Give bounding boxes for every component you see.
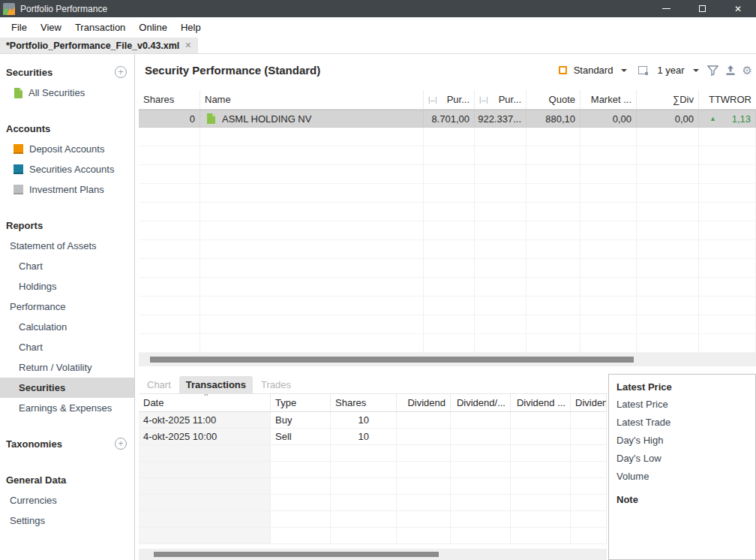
- tab-trades[interactable]: Trades: [254, 376, 298, 393]
- menu-online[interactable]: Online: [132, 22, 174, 33]
- table-row: [139, 165, 756, 184]
- transactions-table-header: Date ^ Type Shares Dividend Dividend/...…: [139, 393, 607, 412]
- chevron-down-icon[interactable]: [693, 69, 699, 72]
- col-shares[interactable]: Shares: [139, 90, 200, 109]
- ttwror-cell: ▲ 1,13: [699, 110, 756, 127]
- sidebar-item-chart-performance[interactable]: Chart: [0, 337, 134, 357]
- transactions-panel: Chart Transactions Trades Date ^ Type Sh…: [139, 374, 607, 560]
- table-row: [139, 128, 756, 146]
- sidebar-item-investment-plans[interactable]: Investment Plans: [0, 179, 134, 200]
- col-ttwror[interactable]: TTWROR: [699, 90, 756, 109]
- sidebar-item-earnings-expenses[interactable]: Earnings & Expenses: [0, 398, 134, 418]
- col-type[interactable]: Type: [271, 394, 331, 411]
- column-resize-icon: |↔|: [428, 96, 436, 104]
- securities-account-icon: [14, 164, 23, 174]
- settings-gear-icon[interactable]: ⚙: [742, 65, 752, 76]
- sidebar-item-label: Calculation: [19, 321, 67, 333]
- col-date[interactable]: Date ^: [139, 394, 271, 411]
- sidebar-item-securities-accounts[interactable]: Securities Accounts: [0, 159, 134, 179]
- security-row-asml[interactable]: 0 ASML HOLDING NV 8.701,00 922.337... 88…: [139, 110, 756, 128]
- sidebar-item-calculation[interactable]: Calculation: [0, 317, 134, 337]
- col-quote[interactable]: Quote: [526, 90, 580, 109]
- shares-value: 0: [139, 110, 200, 127]
- add-security-icon[interactable]: +: [115, 66, 127, 78]
- add-taxonomy-icon[interactable]: +: [115, 438, 127, 450]
- col-market-value[interactable]: Market ...: [580, 90, 637, 109]
- col-dividend3[interactable]: Dividend: [571, 394, 607, 411]
- transactions-horizontal-scrollbar[interactable]: [139, 549, 607, 560]
- sidebar-item-label: Performance: [10, 301, 65, 312]
- transaction-type: Buy: [271, 412, 331, 429]
- sidebar-item-currencies[interactable]: Currencies: [0, 490, 134, 510]
- col-shares[interactable]: Shares: [331, 394, 397, 411]
- report-config-selector[interactable]: Standard: [574, 65, 614, 76]
- general-data-header: General Data: [6, 474, 127, 486]
- filter-icon[interactable]: [707, 65, 718, 76]
- transaction-row[interactable]: 4-okt-2025 10:00 Sell 10: [139, 429, 607, 445]
- file-tab-strip: *Portfolio_Performance_File_v0.43.xml ✕: [0, 38, 756, 54]
- tab-transactions[interactable]: Transactions: [179, 376, 253, 393]
- investment-plan-icon: [14, 185, 23, 194]
- table-row: [139, 297, 756, 315]
- menu-help[interactable]: Help: [174, 22, 208, 33]
- sidebar-item-deposit-accounts[interactable]: Deposit Accounts: [0, 139, 134, 159]
- close-button[interactable]: ✕: [720, 0, 756, 17]
- col-purchase1[interactable]: |↔| Pur...: [424, 90, 475, 109]
- sidebar-item-all-securities[interactable]: All Securities: [0, 83, 134, 103]
- sidebar-item-performance[interactable]: Performance: [0, 297, 134, 317]
- table-row: [139, 315, 756, 334]
- sidebar-item-return-volatility[interactable]: Return / Volatility: [0, 357, 134, 378]
- section-general-data: General Data: [0, 469, 134, 490]
- maximize-button[interactable]: [684, 0, 720, 17]
- menu-view[interactable]: View: [34, 22, 68, 33]
- trend-up-icon: ▲: [710, 115, 716, 122]
- sidebar-item-label: Chart: [19, 342, 43, 353]
- sidebar-item-holdings[interactable]: Holdings: [0, 276, 134, 297]
- col-dividend[interactable]: Dividend: [397, 394, 451, 411]
- period-selector[interactable]: 1 year: [657, 65, 684, 76]
- tab-chart[interactable]: Chart: [140, 376, 178, 393]
- latest-price-panel: Latest Price Latest Price Latest Trade D…: [608, 374, 756, 560]
- main-horizontal-scrollbar[interactable]: [139, 353, 756, 366]
- market-value: 0,00: [580, 110, 637, 127]
- scrollbar-thumb[interactable]: [150, 357, 634, 363]
- sidebar-item-settings[interactable]: Settings: [0, 510, 134, 531]
- chevron-down-icon[interactable]: [621, 69, 627, 72]
- sidebar-item-chart-assets[interactable]: Chart: [0, 256, 134, 276]
- info-days-high: Day's High: [616, 432, 748, 450]
- detail-area: Chart Transactions Trades Date ^ Type Sh…: [139, 374, 756, 560]
- sum-div-value: 0,00: [637, 110, 699, 127]
- menu-transaction[interactable]: Transaction: [68, 22, 132, 33]
- transaction-date: 4-okt-2025 11:00: [139, 412, 271, 429]
- col-purchase2[interactable]: |↔| Pur...: [475, 90, 526, 109]
- transaction-type: Sell: [271, 429, 331, 445]
- export-icon[interactable]: [725, 65, 736, 76]
- detail-tabs: Chart Transactions Trades: [139, 374, 607, 393]
- new-view-icon[interactable]: [638, 66, 647, 74]
- menu-bar: File View Transaction Online Help: [0, 17, 756, 38]
- col-dividend2[interactable]: Dividend ...: [511, 394, 571, 411]
- deposit-account-icon: [14, 144, 23, 154]
- page-title: Security Performance (Standard): [145, 64, 320, 77]
- info-days-low: Day's Low: [616, 450, 748, 468]
- sidebar-item-securities-selected[interactable]: Securities: [0, 378, 134, 398]
- report-config-icon: [559, 66, 567, 74]
- col-dividend-per[interactable]: Dividend/...: [451, 394, 511, 411]
- col-name[interactable]: Name: [200, 90, 424, 109]
- minimize-button[interactable]: [648, 0, 684, 17]
- purchase2-value: 922.337...: [475, 110, 526, 127]
- scrollbar-thumb[interactable]: [154, 552, 439, 557]
- tab-close-icon[interactable]: ✕: [184, 41, 191, 50]
- title-bar: Portfolio Performance ✕: [0, 0, 756, 17]
- sidebar-item-statement-of-assets[interactable]: Statement of Assets: [0, 236, 134, 256]
- file-tab[interactable]: *Portfolio_Performance_File_v0.43.xml ✕: [0, 38, 198, 53]
- table-row: [139, 445, 607, 462]
- table-row: [139, 184, 756, 203]
- transaction-row[interactable]: 4-okt-2025 11:00 Buy 10: [139, 412, 607, 429]
- transactions-empty-rows: [139, 445, 607, 544]
- transaction-shares: 10: [331, 412, 397, 429]
- menu-file[interactable]: File: [4, 22, 34, 33]
- col-sum-dividends[interactable]: ∑Div: [637, 90, 699, 109]
- sidebar-item-label: All Securities: [28, 87, 85, 98]
- table-row: [139, 278, 756, 297]
